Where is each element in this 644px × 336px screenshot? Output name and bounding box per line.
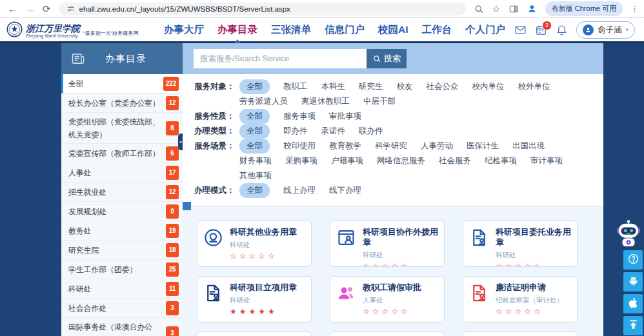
filter-option[interactable]: 社会公众	[427, 79, 459, 94]
filter-option[interactable]: 社会服务	[439, 153, 471, 168]
nav-item[interactable]: 个人门户	[465, 18, 505, 41]
filter-option[interactable]: 服务事项	[283, 109, 316, 124]
filter-option[interactable]: 出国出境	[512, 139, 545, 153]
sidebar-item[interactable]: 研究生院18	[61, 241, 183, 260]
filter-option[interactable]: 教职工	[283, 79, 308, 94]
sidebar-item[interactable]: 国际事务处（港澳台办公室、海外校区管理处）3	[61, 318, 183, 336]
filter-option[interactable]: 全部	[239, 124, 270, 139]
filter-option[interactable]: 审批事项	[329, 109, 361, 124]
address-bar[interactable]: ehall.zwu.edu.cn/_layouts/15/ZWUWSBS/BSD…	[59, 3, 467, 15]
chrome-update-button[interactable]: 有新版 Chrome 可用	[545, 1, 623, 16]
filter-option[interactable]: 其他事项	[239, 168, 272, 183]
bookmark-star-icon[interactable]: ☆	[492, 4, 500, 14]
service-card[interactable]: 科研项目协作外拨用章科研处☆☆☆☆☆	[330, 221, 445, 267]
search-button[interactable]: 搜索	[367, 49, 407, 68]
sidebar-item[interactable]: 人事处17	[61, 163, 183, 183]
filter-option[interactable]: 劳务派遣人员	[239, 94, 288, 109]
service-card[interactable]: 廉洁证明申请纪检监察室（审计处）☆☆☆☆☆	[463, 276, 578, 322]
menu-dots-icon[interactable]: ⋮	[630, 5, 639, 13]
filter-option[interactable]: 线下办理	[329, 183, 361, 198]
sidebar-collapse-handle[interactable]: ◄	[178, 133, 183, 150]
service-card[interactable]: 教职工请假审批人事处☆☆☆☆☆	[330, 276, 445, 322]
filter-option[interactable]: 财务事项	[239, 153, 272, 168]
count-badge: 25	[166, 262, 179, 277]
sidebar-item[interactable]: 科研处11	[61, 279, 183, 299]
sidebar-item[interactable]: 发展规划处0	[61, 202, 183, 221]
sidebar-item-label: 校长办公室（党委办公室）	[68, 97, 160, 110]
user-menu[interactable]: 俞子涵 ▾	[576, 21, 635, 39]
university-logo[interactable]: 浙江万里学院 Zhejiang Wanli University “最多跑一次”…	[6, 21, 160, 39]
service-card[interactable]: 2二级学院（部门）内部用章申请	[330, 331, 445, 336]
service-card[interactable]: 科研其他业务用章科研处☆☆☆☆☆	[197, 221, 312, 267]
sidebar-item[interactable]: 社会合作处3	[61, 299, 183, 318]
forward-icon[interactable]: →	[25, 4, 35, 14]
filter-option[interactable]: 研究生	[359, 79, 383, 94]
side-panel-icon[interactable]	[508, 4, 519, 14]
reload-icon[interactable]: ⟳	[43, 4, 51, 14]
back-to-top-button[interactable]	[623, 316, 643, 335]
filter-option[interactable]: 采购事项	[285, 153, 317, 168]
filter-option[interactable]: 离退休教职工	[301, 94, 350, 109]
card-rating: ☆☆☆☆☆	[496, 262, 572, 267]
filter-option[interactable]: 全部	[239, 139, 270, 153]
doc-stamp-icon	[468, 227, 490, 249]
profile-avatar-icon[interactable]	[527, 3, 538, 14]
window-person-icon	[336, 227, 357, 249]
nav-item[interactable]: 信息门户	[325, 18, 365, 41]
mail-icon[interactable]	[514, 24, 527, 36]
sidebar-item[interactable]: 校长办公室（党委办公室）12	[61, 94, 183, 113]
sidebar-item[interactable]: 党委组织部（党委统战部、机关党委）8	[61, 113, 183, 144]
filter-option[interactable]: 网络信息服务	[377, 153, 425, 168]
nav-item[interactable]: 校园AI	[378, 18, 408, 41]
filter-option[interactable]: 联办件	[359, 124, 383, 139]
filter-option[interactable]: 校内单位	[472, 79, 505, 94]
filter-option[interactable]: 科学研究	[375, 139, 407, 153]
nav-item[interactable]: 办事目录	[217, 18, 257, 41]
sidebar-item[interactable]: 招生就业处12	[61, 183, 183, 202]
sidebar-item[interactable]: 党委宣传部（教师工作部）6	[61, 144, 183, 163]
filter-option[interactable]: 即办件	[283, 124, 308, 139]
sidebar-item[interactable]: 全部222	[61, 74, 183, 94]
back-icon[interactable]: ←	[8, 4, 17, 14]
site-settings-icon[interactable]	[66, 5, 75, 13]
sidebar-item[interactable]: 教务处19	[61, 221, 183, 241]
filter-option[interactable]: 校印使用	[283, 139, 316, 153]
nav-item[interactable]: 工作台	[422, 18, 452, 41]
sidebar-item-label: 招生就业处	[68, 186, 106, 199]
service-card[interactable]: 学籍管理（退学、休学）教务部教务科	[463, 331, 578, 336]
filter-option[interactable]: 教育教学	[329, 139, 361, 153]
nav-item[interactable]: 三张清单	[271, 18, 311, 41]
ios-download-button[interactable]	[623, 294, 643, 313]
filter-option[interactable]: 人事劳动	[421, 139, 453, 153]
service-card[interactable]: 科研项目委托业务用章科研处☆☆☆☆☆	[463, 221, 578, 267]
filter-option[interactable]: 承诺件	[321, 124, 346, 139]
filter-option[interactable]: 全部	[239, 183, 270, 198]
help-button[interactable]	[623, 250, 643, 270]
filter-option[interactable]: 医保计生	[467, 139, 499, 153]
calendar-icon[interactable]: 2	[535, 24, 547, 36]
search-input[interactable]	[194, 49, 367, 68]
filter-option[interactable]: 户籍事项	[331, 153, 363, 168]
service-card[interactable]: 科研项目立项用章科研处★★★★★	[197, 276, 312, 322]
zoom-icon[interactable]	[474, 4, 484, 14]
card-rating: ☆☆☆☆☆	[230, 252, 297, 261]
service-card[interactable]: 纪检监督事项备案纪检监察室（审计处）	[197, 331, 312, 336]
nav-item[interactable]: 办事大厅	[164, 18, 204, 41]
search-icon	[372, 54, 381, 63]
filter-options: 全部线上办理线下办理	[239, 183, 378, 198]
filter-option[interactable]: 审计事项	[530, 153, 563, 168]
filter-option[interactable]: 线上办理	[283, 183, 316, 198]
sidebar-item[interactable]: 学生工作部（团委）25	[61, 260, 183, 279]
bell-icon[interactable]	[556, 24, 568, 36]
ai-assistant-robot[interactable]	[615, 219, 642, 249]
filter-option[interactable]: 全部	[239, 109, 270, 124]
filter-option[interactable]: 纪检事项	[485, 153, 517, 168]
count-badge: 6	[166, 146, 179, 161]
android-download-button[interactable]	[623, 272, 643, 292]
filter-option[interactable]: 中层干部	[363, 94, 396, 109]
filter-option[interactable]: 校外单位	[518, 79, 550, 94]
filter-option[interactable]: 校友	[397, 79, 413, 94]
filter-option[interactable]: 全部	[239, 79, 270, 94]
user-name: 俞子涵	[598, 25, 622, 35]
filter-option[interactable]: 本科生	[321, 79, 346, 94]
